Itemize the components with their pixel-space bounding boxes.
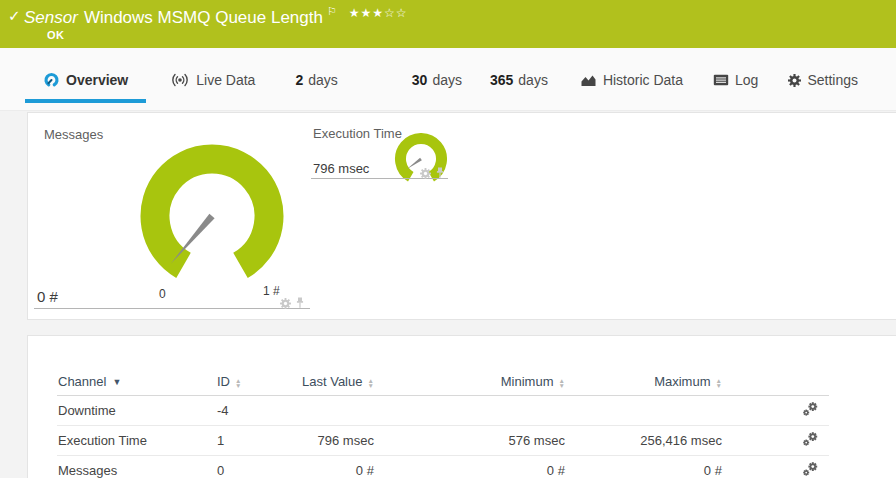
channel-name: Downtime — [57, 396, 216, 426]
messages-gauge-min-label: 0 — [159, 287, 166, 301]
messages-gauge — [117, 128, 307, 298]
messages-current-value: 0 # — [37, 288, 58, 305]
tab-settings[interactable]: Settings — [776, 48, 870, 110]
channel-id: -4 — [216, 396, 301, 426]
gauge-settings-gear-icon[interactable] — [280, 295, 291, 313]
channel-minimum — [381, 396, 572, 426]
gauges-panel: Messages 0 1 # 0 # — [27, 112, 896, 320]
column-header-last-value[interactable]: Last Value▲▼ — [301, 368, 381, 396]
execution-time-current-value: 796 msec — [313, 161, 369, 176]
channel-maximum: 256,416 msec — [572, 426, 729, 456]
column-header-id[interactable]: ID▲▼ — [216, 368, 301, 396]
channel-minimum: 576 msec — [381, 426, 572, 456]
pin-icon[interactable] — [295, 295, 305, 313]
column-header-channel[interactable]: Channel▼ — [57, 368, 216, 396]
tab-overview[interactable]: Overview — [25, 48, 146, 110]
channel-settings-gears-icon[interactable] — [803, 432, 819, 449]
sort-icon: ▲▼ — [235, 378, 241, 388]
live-icon — [170, 73, 190, 87]
tab-30-days[interactable]: 30 days — [398, 48, 476, 110]
channel-maximum — [572, 396, 729, 426]
channel-row-messages: Messages 0 0 # 0 # 0 # — [57, 456, 829, 478]
channel-row-execution-time: Execution Time 1 796 msec 576 msec 256,4… — [57, 426, 829, 456]
tab-365-days[interactable]: 365 days — [476, 48, 562, 110]
messages-gauge-actions — [280, 295, 305, 313]
channel-id: 0 — [216, 456, 301, 478]
column-header-maximum[interactable]: Maximum▲▼ — [572, 368, 729, 396]
column-header-minimum[interactable]: Minimum▲▼ — [381, 368, 572, 396]
channel-name: Execution Time — [57, 426, 216, 456]
channel-settings-gears-icon[interactable] — [803, 402, 819, 419]
tab-live-data[interactable]: Live Data — [152, 48, 273, 110]
tab-historic-data[interactable]: Historic Data — [562, 48, 701, 110]
channel-last-value: 0 # — [301, 456, 381, 478]
sort-icon: ▲▼ — [715, 378, 721, 388]
sensor-kind-label: Sensor — [24, 8, 78, 27]
log-icon — [713, 74, 729, 86]
gauge-icon — [43, 72, 60, 88]
sensor-title-line: SensorWindows MSMQ Queue Length⚐★★★☆☆ — [24, 5, 408, 28]
page-title: Windows MSMQ Queue Length — [84, 8, 323, 27]
channel-minimum: 0 # — [381, 456, 572, 478]
channel-name: Messages — [57, 456, 216, 478]
pin-icon[interactable] — [435, 165, 445, 183]
favorite-flag-icon[interactable]: ⚐ — [327, 5, 337, 17]
execution-time-gauge-actions — [420, 165, 445, 183]
gear-icon — [788, 74, 801, 87]
tab-log[interactable]: Log — [701, 48, 770, 110]
table-header-row: Channel▼ ID▲▼ Last Value▲▼ Minimum▲▼ Max… — [57, 368, 829, 396]
channels-table: Channel▼ ID▲▼ Last Value▲▼ Minimum▲▼ Max… — [57, 368, 829, 478]
messages-gauge-title: Messages — [44, 127, 103, 142]
sort-icon: ▲▼ — [367, 378, 373, 388]
channel-maximum: 0 # — [572, 456, 729, 478]
status-ok-check-icon: ✓ — [8, 7, 21, 25]
channels-panel: Channel▼ ID▲▼ Last Value▲▼ Minimum▲▼ Max… — [27, 335, 896, 478]
channel-last-value — [301, 396, 381, 426]
execution-time-gauge-title: Execution Time — [313, 126, 402, 141]
gauge-settings-gear-icon[interactable] — [420, 165, 431, 183]
channel-id: 1 — [216, 426, 301, 456]
sensor-status-badge: OK — [47, 29, 64, 41]
column-header-actions — [729, 368, 829, 396]
sensor-header: ✓ SensorWindows MSMQ Queue Length⚐★★★☆☆ … — [0, 0, 896, 48]
messages-gauge-max-label: 1 # — [263, 284, 280, 298]
priority-stars[interactable]: ★★★☆☆ — [349, 6, 408, 20]
sort-icon: ▲▼ — [558, 378, 564, 388]
channel-settings-gears-icon[interactable] — [803, 462, 819, 478]
sort-desc-icon: ▼ — [112, 377, 121, 387]
area-chart-icon — [580, 74, 597, 87]
messages-divider — [34, 308, 310, 309]
channel-last-value: 796 msec — [301, 426, 381, 456]
tab-2-days[interactable]: 2 days — [281, 48, 351, 110]
tab-bar: Overview Live Data 2 days 30 days 365 da… — [0, 48, 896, 111]
channel-row-downtime: Downtime -4 — [57, 396, 829, 426]
